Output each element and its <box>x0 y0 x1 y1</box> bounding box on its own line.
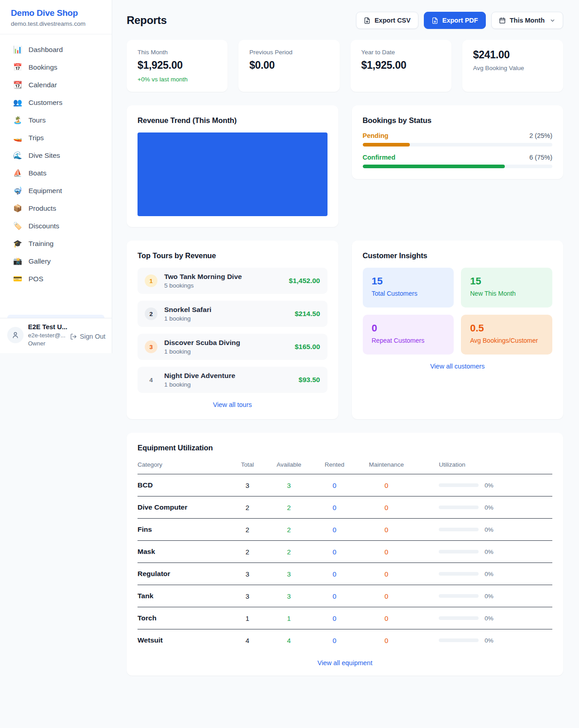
sidebar-item-gallery[interactable]: 📸 Gallery <box>7 253 104 269</box>
cell-category: Fins <box>138 519 229 541</box>
status-count: 6 (75%) <box>529 154 552 161</box>
stat-card: Avg Booking Value $241.00 <box>462 40 563 92</box>
equipment-table: Category Total Available Rented Maintena… <box>138 457 552 651</box>
nav-item-icon: 🏝️ <box>13 117 23 124</box>
sidebar-item-products[interactable]: 📦 Products <box>7 200 104 217</box>
cell-utilization: 0% <box>415 563 552 585</box>
tour-row: 4 Night Dive Adventure 1 booking $93.50 <box>138 367 327 393</box>
sidebar-item-discounts[interactable]: 🏷️ Discounts <box>7 218 104 234</box>
insight-value: 0 <box>372 322 445 334</box>
sidebar-item-dashboard[interactable]: 📊 Dashboard <box>7 42 104 58</box>
cell-maintenance: 0 <box>357 541 415 563</box>
tour-name: Discover Scuba Diving <box>164 339 288 347</box>
stat-label: Previous Period <box>249 49 328 56</box>
bookings-by-status-title: Bookings by Status <box>363 116 553 125</box>
shop-name[interactable]: Demo Dive Shop <box>11 8 101 18</box>
sidebar-item-training[interactable]: 🎓 Training <box>7 236 104 252</box>
nav-item-icon: 🤿 <box>13 187 23 194</box>
nav-item-label: Gallery <box>28 257 51 265</box>
cell-total: 4 <box>229 629 266 652</box>
table-row: BCD 3 3 0 0 0% <box>138 474 552 496</box>
nav-item-label: Trips <box>28 134 44 142</box>
cell-maintenance: 0 <box>357 629 415 652</box>
table-row: Fins 2 2 0 0 0% <box>138 519 552 541</box>
sidebar-item-calendar[interactable]: 📆 Calendar <box>7 77 104 93</box>
tour-amount: $165.00 <box>294 343 320 351</box>
nav-item-icon: 🌊 <box>13 152 23 159</box>
shop-domain: demo.test.divestreams.com <box>11 20 101 27</box>
nav-item-icon: ⛵ <box>13 170 23 177</box>
sidebar-item-dive-sites[interactable]: 🌊 Dive Sites <box>7 147 104 164</box>
sidebar-item-customers[interactable]: 👥 Customers <box>7 95 104 111</box>
period-dropdown[interactable]: This Month <box>491 12 563 29</box>
cell-total: 3 <box>229 563 266 585</box>
cell-category: Mask <box>138 541 229 563</box>
user-meta: E2E Test U... e2e-tester@... Owner <box>28 323 66 347</box>
column-header-total: Total <box>229 457 266 474</box>
tour-amount: $1,452.00 <box>289 277 320 285</box>
cell-total: 2 <box>229 541 266 563</box>
customer-insights-card: Customer Insights 15 Total Customers 15 … <box>352 241 564 419</box>
utilization-track <box>439 638 479 642</box>
sidebar-item-equipment[interactable]: 🤿 Equipment <box>7 183 104 199</box>
status-row: Pending 2 (25%) <box>363 132 553 147</box>
cell-category: Wetsuit <box>138 629 229 652</box>
cell-total: 2 <box>229 496 266 519</box>
nav-item-icon: 🏷️ <box>13 222 23 230</box>
utilization-percent: 0% <box>484 593 494 600</box>
sidebar-item-trips[interactable]: 🚤 Trips <box>7 130 104 146</box>
cell-utilization: 0% <box>415 519 552 541</box>
status-head: Pending 2 (25%) <box>363 132 553 139</box>
cell-utilization: 0% <box>415 496 552 519</box>
stat-label: This Month <box>138 49 217 56</box>
view-all-customers-link[interactable]: View all customers <box>363 363 553 370</box>
utilization-percent: 0% <box>484 504 494 511</box>
sidebar-item-tours[interactable]: 🏝️ Tours <box>7 112 104 128</box>
insight-tile: 15 Total Customers <box>363 268 454 307</box>
cell-maintenance: 0 <box>357 496 415 519</box>
nav-item-label: Products <box>28 204 56 213</box>
brand-block: Demo Dive Shop demo.test.divestreams.com <box>0 0 112 34</box>
logout-icon <box>70 333 77 340</box>
cell-utilization: 0% <box>415 607 552 629</box>
status-progress-fill <box>363 165 505 168</box>
cell-total: 2 <box>229 519 266 541</box>
calendar-icon <box>499 17 506 24</box>
sidebar-item-bookings[interactable]: 📅 Bookings <box>7 59 104 76</box>
insight-tile: 0.5 Avg Bookings/Customer <box>461 315 552 355</box>
utilization-percent: 0% <box>484 571 494 577</box>
tour-bookings: 1 booking <box>164 315 288 322</box>
nav-item-label: Equipment <box>28 187 62 195</box>
cell-rented: 0 <box>312 474 357 496</box>
utilization-percent: 0% <box>484 526 494 533</box>
insight-label: Total Customers <box>372 290 445 297</box>
file-download-icon <box>364 17 370 24</box>
sidebar-item-pos[interactable]: 💳 POS <box>7 271 104 287</box>
table-row: Regulator 3 3 0 0 0% <box>138 563 552 585</box>
export-pdf-label: Export PDF <box>442 17 478 24</box>
user-name: E2E Test U... <box>28 323 66 331</box>
stat-card: Year to Date $1,925.00 <box>351 40 451 92</box>
tour-name: Night Dive Adventure <box>164 372 292 380</box>
export-csv-button[interactable]: Export CSV <box>356 12 418 29</box>
table-row: Torch 1 1 0 0 0% <box>138 607 552 629</box>
revenue-trend-chart <box>138 132 327 216</box>
page-title: Reports <box>127 14 167 27</box>
nav-item-label: Discounts <box>28 222 59 230</box>
tour-row: 2 Snorkel Safari 1 booking $214.50 <box>138 301 327 327</box>
nav-item-label: Bookings <box>28 63 57 71</box>
utilization-track <box>439 550 479 553</box>
insight-tile: 15 New This Month <box>461 268 552 307</box>
utilization-wrap: 0% <box>439 526 552 533</box>
sign-out-button[interactable]: Sign Out <box>70 333 105 340</box>
cell-total: 3 <box>229 585 266 607</box>
export-pdf-button[interactable]: Export PDF <box>424 12 486 29</box>
export-csv-label: Export CSV <box>375 17 411 24</box>
sidebar-item-boats[interactable]: ⛵ Boats <box>7 165 104 181</box>
view-all-tours-link[interactable]: View all tours <box>138 401 327 408</box>
stat-value: $1,925.00 <box>361 59 441 71</box>
status-label: Pending <box>363 132 389 139</box>
page-header: Reports Export CSV Export PDF This Month <box>127 12 563 29</box>
top-tours-title: Top Tours by Revenue <box>138 251 327 260</box>
view-all-equipment-link[interactable]: View all equipment <box>138 659 552 667</box>
